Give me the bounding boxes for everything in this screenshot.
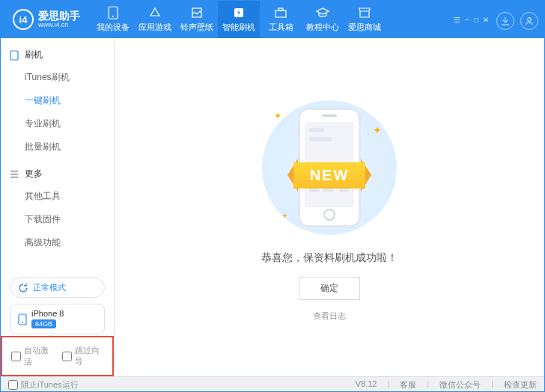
svg-point-1 bbox=[112, 16, 114, 17]
options-row: 自动激活 跳过向导 bbox=[1, 336, 114, 376]
mode-chip[interactable]: 正常模式 bbox=[10, 278, 105, 298]
svg-rect-7 bbox=[10, 51, 18, 60]
device-icon bbox=[18, 313, 27, 325]
menu-button[interactable]: ☰ bbox=[454, 16, 460, 24]
user-button[interactable] bbox=[520, 12, 538, 30]
sidebar: 刷机 iTunes刷机 一键刷机 专业刷机 批量刷机 更多 其他工具 下载固件 … bbox=[1, 38, 115, 376]
view-log-link[interactable]: 查看日志 bbox=[313, 310, 346, 322]
maximize-button[interactable]: □ bbox=[474, 16, 478, 24]
nav-ringtone-wallpaper[interactable]: 铃声壁纸 bbox=[176, 1, 218, 38]
success-illustration: ✦ ✦ ✦ NEW bbox=[247, 93, 412, 242]
close-button[interactable]: ✕ bbox=[483, 16, 489, 24]
status-bar: 阻止iTunes运行 V8.12 | 客服 | 微信公众号 | 检查更新 bbox=[1, 376, 544, 392]
sidebar-group-more: 更多 bbox=[10, 168, 105, 180]
nav-toolbox[interactable]: 工具箱 bbox=[260, 1, 302, 38]
skip-wizard-option[interactable]: 跳过向导 bbox=[62, 345, 104, 367]
tutorial-icon bbox=[316, 6, 329, 19]
support-link[interactable]: 客服 bbox=[400, 379, 416, 391]
success-message: 恭喜您，保资料刷机成功啦！ bbox=[261, 251, 398, 265]
confirm-button[interactable]: 确定 bbox=[299, 277, 360, 300]
window-controls: ☰ − □ ✕ bbox=[454, 16, 489, 24]
nav-my-device[interactable]: 我的设备 bbox=[92, 1, 134, 38]
flash-icon bbox=[232, 6, 246, 19]
app-logo: i4 爱思助手 www.i4.cn bbox=[13, 9, 80, 30]
more-group-icon bbox=[10, 169, 20, 180]
header: i4 爱思助手 www.i4.cn 我的设备 应用游戏 铃声壁纸 智能刷机 工具… bbox=[1, 1, 544, 38]
logo-icon: i4 bbox=[13, 9, 34, 30]
sidebar-item-download-firmware[interactable]: 下载固件 bbox=[10, 208, 105, 231]
header-right: ☰ − □ ✕ bbox=[454, 9, 538, 30]
skip-wizard-checkbox[interactable] bbox=[62, 352, 72, 361]
apps-icon bbox=[148, 6, 162, 19]
flash-group-icon bbox=[10, 50, 20, 61]
nav-apps-games[interactable]: 应用游戏 bbox=[134, 1, 176, 38]
check-update-link[interactable]: 检查更新 bbox=[504, 379, 537, 391]
svg-rect-4 bbox=[275, 10, 286, 17]
toolbox-icon bbox=[274, 6, 287, 19]
minimize-button[interactable]: − bbox=[465, 16, 469, 24]
sidebar-item-onekey-flash[interactable]: 一键刷机 bbox=[10, 89, 105, 112]
star-icon: ✦ bbox=[373, 124, 382, 136]
sidebar-item-itunes-flash[interactable]: iTunes刷机 bbox=[10, 66, 105, 89]
block-itunes-checkbox[interactable] bbox=[8, 380, 18, 390]
block-itunes-option[interactable]: 阻止iTunes运行 bbox=[8, 379, 79, 391]
sidebar-item-pro-flash[interactable]: 专业刷机 bbox=[10, 112, 105, 135]
store-icon bbox=[358, 6, 371, 19]
nav-smart-flash[interactable]: 智能刷机 bbox=[218, 1, 260, 38]
nav-tutorial[interactable]: 教程中心 bbox=[302, 1, 344, 38]
sidebar-group-flash: 刷机 bbox=[10, 49, 105, 61]
new-ribbon: NEW bbox=[267, 159, 392, 192]
wechat-link[interactable]: 微信公众号 bbox=[439, 379, 481, 391]
auto-activate-checkbox[interactable] bbox=[11, 352, 21, 361]
layout: 刷机 iTunes刷机 一键刷机 专业刷机 批量刷机 更多 其他工具 下载固件 … bbox=[1, 38, 544, 376]
nav-store[interactable]: 爱思商城 bbox=[344, 1, 386, 38]
svg-point-9 bbox=[22, 322, 23, 323]
device-name: iPhone 8 bbox=[31, 309, 64, 319]
wallpaper-icon bbox=[190, 6, 204, 19]
version-label: V8.12 bbox=[356, 379, 377, 391]
star-icon: ✦ bbox=[281, 212, 287, 220]
refresh-icon bbox=[18, 283, 28, 293]
star-icon: ✦ bbox=[274, 111, 281, 121]
storage-badge: 64GB bbox=[31, 319, 56, 328]
sidebar-item-advanced[interactable]: 高级功能 bbox=[10, 231, 105, 254]
device-chip[interactable]: iPhone 8 64GB bbox=[10, 304, 105, 334]
app-name: 爱思助手 bbox=[38, 10, 80, 21]
svg-point-6 bbox=[528, 18, 531, 21]
svg-rect-5 bbox=[278, 8, 283, 10]
sidebar-item-batch-flash[interactable]: 批量刷机 bbox=[10, 135, 105, 159]
download-button[interactable] bbox=[496, 12, 514, 30]
top-nav: 我的设备 应用游戏 铃声壁纸 智能刷机 工具箱 教程中心 爱思商城 bbox=[92, 1, 386, 38]
phone-icon bbox=[106, 6, 120, 19]
app-url: www.i4.cn bbox=[38, 21, 80, 29]
sidebar-item-other-tools[interactable]: 其他工具 bbox=[10, 185, 105, 208]
auto-activate-option[interactable]: 自动激活 bbox=[11, 345, 53, 367]
main-content: ✦ ✦ ✦ NEW 恭喜您，保资料刷机成功啦！ 确定 查看日志 bbox=[115, 38, 544, 376]
